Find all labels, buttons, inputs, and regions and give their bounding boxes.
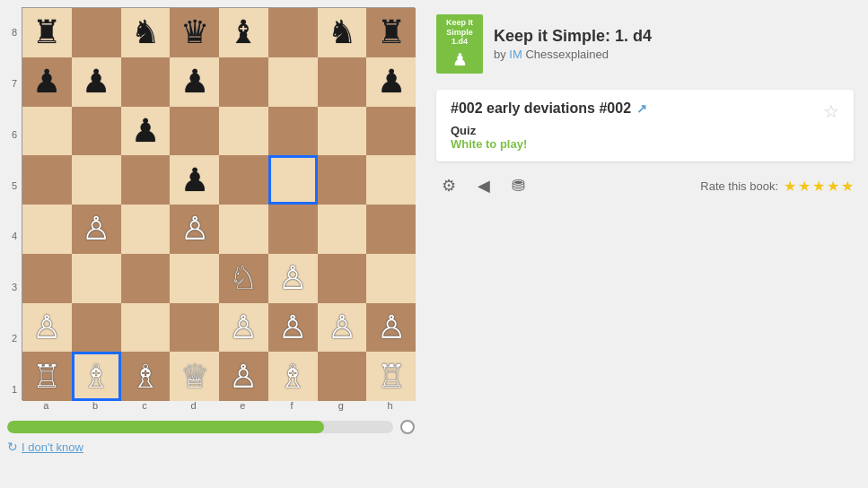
back-button[interactable]: ◀ <box>472 172 495 199</box>
square-h7[interactable]: ♟ <box>366 57 416 107</box>
square-c6[interactable]: ♟ <box>121 107 171 156</box>
star-rating[interactable]: ★ ★ ★ ★ ★ <box>784 178 854 195</box>
square-a2[interactable]: ♙ <box>22 303 72 353</box>
toolbar: ⚙ ◀ ⛃ Rate this book: ★ ★ ★ ★ ★ <box>436 172 854 199</box>
bookmark-icon[interactable]: ☆ <box>823 100 839 122</box>
piece-d8: ♛ <box>180 16 209 48</box>
square-h3[interactable] <box>366 254 416 303</box>
square-f7[interactable] <box>268 57 318 107</box>
square-a7[interactable]: ♟ <box>22 57 72 107</box>
dont-know-text[interactable]: I don't know <box>22 440 83 454</box>
external-link-icon[interactable]: ↗ <box>636 101 647 116</box>
square-h6[interactable] <box>366 107 416 156</box>
square-b6[interactable] <box>72 107 121 156</box>
book-cover: Keep ItSimple1.d4 ♟ <box>436 14 483 74</box>
piece-h8: ♜ <box>377 16 406 48</box>
square-g8[interactable]: ♞ <box>318 8 367 57</box>
square-f1[interactable]: ♗ <box>268 352 318 401</box>
piece-e2: ♙ <box>229 311 258 344</box>
settings-button[interactable]: ⚙ <box>436 172 461 199</box>
square-d2[interactable] <box>170 303 219 353</box>
file-d: d <box>169 400 218 411</box>
square-g2[interactable]: ♙ <box>318 303 367 353</box>
square-e6[interactable] <box>219 107 268 156</box>
square-c8[interactable]: ♞ <box>121 8 171 57</box>
square-b1[interactable]: ♗ <box>72 352 121 401</box>
square-d3[interactable] <box>170 254 219 303</box>
chapter-info: #002 early deviations #002 ↗ Quiz White … <box>451 100 823 151</box>
square-f8[interactable] <box>268 8 318 57</box>
square-a1[interactable]: ♖ <box>22 352 72 401</box>
square-e2[interactable]: ♙ <box>219 303 268 353</box>
piece-d7: ♟ <box>180 65 209 98</box>
square-d4[interactable]: ♙ <box>170 205 219 254</box>
square-h2[interactable]: ♙ <box>366 303 416 353</box>
square-f6[interactable] <box>268 107 318 156</box>
square-d8[interactable]: ♛ <box>170 8 219 57</box>
star-1[interactable]: ★ <box>784 178 796 195</box>
square-c1[interactable]: ♗ <box>121 352 171 401</box>
square-b3[interactable] <box>72 254 121 303</box>
author-name: Chessexplained <box>525 48 609 61</box>
gear-icon: ⚙ <box>442 176 456 196</box>
star-3[interactable]: ★ <box>812 178 825 195</box>
square-h1[interactable]: ♖ <box>366 352 416 401</box>
square-d5[interactable]: ♟ <box>170 155 219 205</box>
piece-e1: ♙ <box>229 361 258 393</box>
square-g7[interactable] <box>318 57 367 107</box>
progress-fill <box>7 421 324 433</box>
square-h4[interactable] <box>366 205 416 254</box>
square-b2[interactable] <box>72 303 121 353</box>
board-container: 8 7 6 5 4 3 2 1 ♜♞♛♝♞♜♟♟♟♟♟♟♙♙♘♙♙♙♙♙♙♖♗♗… <box>7 7 415 414</box>
board-view-button[interactable]: ⛃ <box>506 172 530 199</box>
square-g1[interactable] <box>318 352 367 401</box>
square-a6[interactable] <box>22 107 72 156</box>
star-5[interactable]: ★ <box>841 178 854 195</box>
square-b7[interactable]: ♟ <box>72 57 121 107</box>
rank-1: 1 <box>7 364 22 414</box>
square-c2[interactable] <box>121 303 171 353</box>
square-d1[interactable]: ♕ <box>170 352 219 401</box>
star-4[interactable]: ★ <box>827 178 839 195</box>
square-g3[interactable] <box>318 254 367 303</box>
square-a5[interactable] <box>22 155 72 205</box>
square-c7[interactable] <box>121 57 171 107</box>
square-e7[interactable] <box>219 57 268 107</box>
square-e5[interactable] <box>219 155 268 205</box>
square-a3[interactable] <box>22 254 72 303</box>
square-a8[interactable]: ♜ <box>22 8 72 57</box>
square-h5[interactable] <box>366 155 416 205</box>
rank-4: 4 <box>7 211 22 261</box>
square-a4[interactable] <box>22 205 72 254</box>
square-d7[interactable]: ♟ <box>170 57 219 107</box>
chessboard[interactable]: ♜♞♛♝♞♜♟♟♟♟♟♟♙♙♘♙♙♙♙♙♙♖♗♗♕♙♗♖ <box>22 7 415 400</box>
square-g5[interactable] <box>318 155 367 205</box>
square-e3[interactable]: ♘ <box>219 254 268 303</box>
dont-know-area[interactable]: ↻ I don't know <box>7 440 415 454</box>
rank-labels: 8 7 6 5 4 3 2 1 <box>7 7 22 414</box>
square-e1[interactable]: ♙ <box>219 352 268 401</box>
square-f2[interactable]: ♙ <box>268 303 318 353</box>
square-g4[interactable] <box>318 205 367 254</box>
piece-f2: ♙ <box>278 311 307 344</box>
square-b4[interactable]: ♙ <box>72 205 121 254</box>
square-f3[interactable]: ♙ <box>268 254 318 303</box>
square-c3[interactable] <box>121 254 171 303</box>
square-b5[interactable] <box>72 155 121 205</box>
square-e8[interactable]: ♝ <box>219 8 268 57</box>
book-info: Keep it Simple: 1. d4 by IM Chessexplain… <box>494 27 652 61</box>
square-c5[interactable] <box>121 155 171 205</box>
piece-b4: ♙ <box>82 213 110 245</box>
square-f4[interactable] <box>268 205 318 254</box>
square-h8[interactable]: ♜ <box>366 8 416 57</box>
left-panel: 8 7 6 5 4 3 2 1 ♜♞♛♝♞♜♟♟♟♟♟♟♙♙♘♙♙♙♙♙♙♖♗♗… <box>0 0 422 488</box>
square-g6[interactable] <box>318 107 367 156</box>
square-c4[interactable] <box>121 205 171 254</box>
author-prefix: by <box>494 48 509 61</box>
square-f5[interactable] <box>268 155 318 205</box>
square-e4[interactable] <box>219 205 268 254</box>
square-b8[interactable] <box>72 8 121 57</box>
piece-c8: ♞ <box>131 16 160 48</box>
square-d6[interactable] <box>170 107 219 156</box>
star-2[interactable]: ★ <box>798 178 811 195</box>
